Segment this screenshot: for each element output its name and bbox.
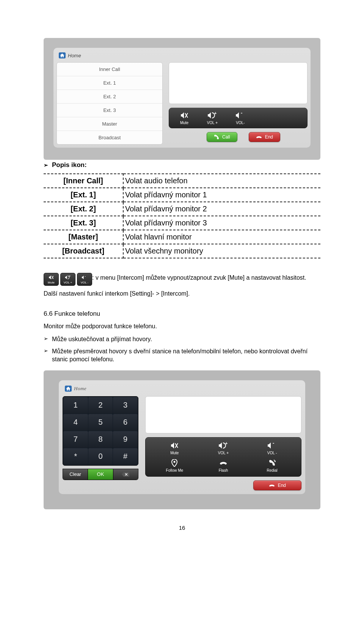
page-number: 16 (44, 524, 320, 531)
key-0[interactable]: 0 (88, 448, 113, 465)
table-val: Volat audio telefon (123, 174, 320, 188)
speaker-minus-icon: - (81, 274, 88, 280)
volume-strip-description-2: Další nastavení funkcí interkom [Setting… (44, 290, 320, 297)
intercom-display (169, 62, 308, 104)
phone-display (145, 396, 301, 433)
key-4[interactable]: 4 (63, 414, 88, 431)
redial-icon (268, 459, 276, 467)
list-item[interactable]: Ext. 1 (57, 76, 162, 90)
volume-control-bar: Mute + VOL + - VOL- (169, 108, 308, 128)
speaker-minus-icon: - (235, 111, 245, 120)
table-key: [Master] (44, 230, 123, 244)
svg-text:-: - (241, 112, 242, 116)
home-icon (65, 386, 72, 392)
ok-button[interactable]: OK (88, 469, 113, 480)
home-icon (59, 52, 66, 58)
popis-ikon-heading: ➢ Popis ikon: (44, 161, 320, 169)
clear-button[interactable]: Clear (63, 469, 88, 480)
key-3[interactable]: 3 (113, 397, 138, 414)
key-7[interactable]: 7 (63, 431, 88, 448)
key-hash[interactable]: # (113, 448, 138, 465)
home-breadcrumb: Home (63, 384, 301, 396)
end-label: End (278, 483, 286, 488)
table-val: Volat všechny monitory (123, 244, 320, 258)
bullet-item: Může uskutečňovat a přijímat hovory. (52, 335, 320, 343)
intercom-screenshot-frame: Home Inner Call Ext. 1 Ext. 2 Ext. 3 Mas… (44, 38, 320, 160)
key-star[interactable]: * (63, 448, 88, 465)
list-item[interactable]: Ext. 2 (57, 90, 162, 104)
vol-down-label: VOL- (236, 121, 245, 125)
svg-text:+: + (214, 112, 217, 115)
mute-icon (170, 441, 179, 450)
list-item[interactable]: Master (57, 117, 162, 131)
redial-button[interactable]: Redial (248, 459, 297, 472)
key-1[interactable]: 1 (63, 397, 88, 414)
location-pin-icon (171, 459, 178, 467)
svg-text:+: + (69, 275, 71, 277)
bullet-item: Můžete přesměrovat hovory s dveřní stani… (52, 347, 320, 364)
end-button[interactable]: End (249, 132, 280, 142)
table-val: Volat hlavní monitor (123, 230, 320, 244)
follow-me-button[interactable]: Follow Me (150, 459, 199, 472)
vol-up-button[interactable]: + VOL + (199, 441, 248, 455)
table-key: [Ext. 2] (44, 202, 123, 216)
telephone-screenshot: Home 1 2 3 4 5 6 7 8 9 * 0 (59, 380, 305, 494)
svg-text:-: - (273, 442, 274, 446)
end-label: End (265, 134, 273, 140)
intercom-call-list: Inner Call Ext. 1 Ext. 2 Ext. 3 Master B… (56, 62, 163, 145)
intercom-screenshot: Home Inner Call Ext. 1 Ext. 2 Ext. 3 Mas… (53, 48, 311, 148)
home-label: Home (68, 53, 81, 58)
section-6-6-intro: Monitor může podporovat funkce telefonu. (44, 323, 320, 330)
vol-up-button[interactable]: + VOL + (202, 111, 223, 125)
table-key: [Inner Call] (44, 174, 123, 188)
vol-down-button[interactable]: - VOL- (230, 111, 251, 125)
dial-keypad: 1 2 3 4 5 6 7 8 9 * 0 # (63, 396, 138, 466)
list-item[interactable]: Ext. 3 (57, 104, 162, 117)
mute-button[interactable]: Mute (150, 441, 199, 455)
call-label: Call (222, 134, 230, 140)
mute-icon (48, 274, 54, 280)
backspace-button[interactable] (113, 469, 138, 480)
section-6-6-title: 6.6 Funkce telefonu (44, 310, 320, 318)
mini-volm: - VOL - (77, 273, 92, 286)
table-val: Volat přídavný monitor 2 (123, 202, 320, 216)
table-key: [Ext. 3] (44, 216, 123, 230)
mini-volume-strip: Mute + VOL + - VOL - (44, 273, 92, 286)
backspace-icon (122, 472, 129, 477)
svg-text:-: - (85, 275, 86, 278)
key-9[interactable]: 9 (113, 431, 138, 448)
mute-button[interactable]: Mute (174, 111, 195, 125)
speaker-plus-icon: + (207, 111, 217, 120)
key-5[interactable]: 5 (88, 414, 113, 431)
volume-strip-description: : v menu [Intercom] můžete vypnout/zapno… (92, 274, 306, 281)
table-key: [Broadcast] (44, 244, 123, 258)
mini-volp: + VOL + (60, 273, 75, 286)
key-8[interactable]: 8 (88, 431, 113, 448)
telephone-screenshot-frame: Home 1 2 3 4 5 6 7 8 9 * 0 (44, 370, 320, 509)
table-val: Volat přídavný monitor 1 (123, 188, 320, 202)
list-item[interactable]: Broadcast (57, 131, 162, 144)
key-2[interactable]: 2 (88, 397, 113, 414)
hangup-icon (269, 483, 275, 487)
phone-icon (214, 134, 219, 140)
home-breadcrumb: Home (56, 51, 308, 62)
end-button[interactable]: End (253, 480, 301, 490)
flash-button[interactable]: Flash (199, 459, 248, 472)
table-key: [Ext. 1] (44, 188, 123, 202)
svg-point-14 (174, 461, 176, 463)
vol-down-button[interactable]: - VOL - (248, 441, 297, 455)
hangup-icon (220, 459, 227, 467)
svg-text:+: + (225, 442, 228, 446)
mute-icon (180, 111, 188, 120)
phone-control-grid: Mute + VOL + - VOL - Follow Me (145, 437, 301, 477)
table-val: Volat přídavný monitor 3 (123, 216, 320, 230)
vol-up-label: VOL + (207, 121, 218, 125)
call-button[interactable]: Call (207, 132, 237, 142)
speaker-plus-icon: + (218, 441, 228, 450)
hangup-icon (256, 135, 262, 139)
mini-mute: Mute (44, 273, 59, 286)
key-6[interactable]: 6 (113, 414, 138, 431)
speaker-plus-icon: + (64, 274, 71, 280)
speaker-minus-icon: - (267, 441, 277, 450)
list-item[interactable]: Inner Call (57, 63, 162, 76)
